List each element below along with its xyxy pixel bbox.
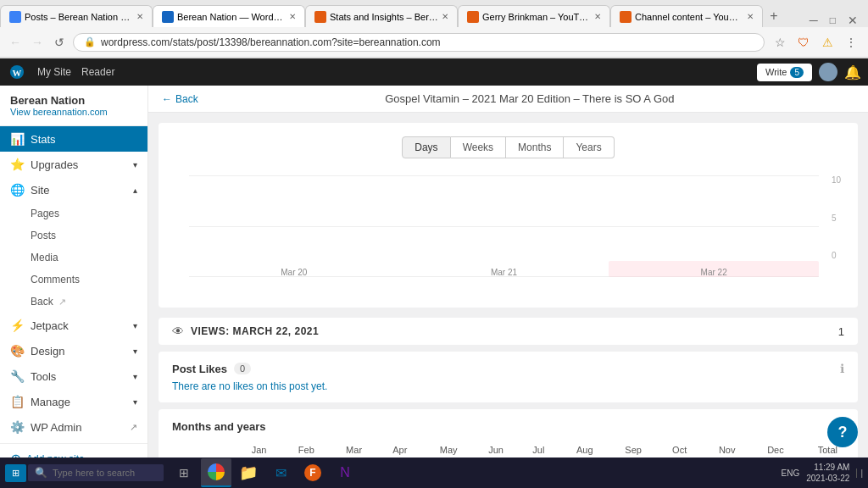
tab-favicon-2 (162, 11, 174, 23)
restore-button[interactable]: □ (826, 14, 839, 26)
sidebar-label-upgrades: Upgrades (31, 158, 78, 171)
main-layout: Berean Nation View bereannation.com 📊 St… (0, 86, 868, 458)
sidebar-label-jetpack: Jetpack (31, 319, 69, 332)
sidebar-item-manage[interactable]: 📋 Manage ▾ (0, 389, 147, 414)
notifications-icon[interactable]: 🔔 (844, 64, 861, 80)
comments-label: Comments (31, 274, 80, 286)
sidebar-item-posts[interactable]: Posts (0, 225, 147, 247)
col-nov: Nov (693, 441, 742, 458)
new-tab-button[interactable]: + (763, 5, 785, 27)
tools-icon: 🔧 (10, 369, 24, 383)
write-button[interactable]: Write 5 (757, 64, 812, 81)
reload-button[interactable]: ↺ (51, 34, 68, 51)
media-label: Media (31, 252, 58, 263)
tools-chevron: ▾ (133, 372, 137, 381)
bar-col-mar21: Mar 21 (399, 264, 609, 277)
stats-icon: 📊 (10, 132, 24, 146)
write-label: Write (765, 67, 787, 77)
stats-table: Jan Feb Mar Apr May Jun Jul Aug Sep Oct … (172, 441, 844, 458)
minimize-button[interactable]: ─ (806, 14, 821, 27)
tab-days[interactable]: Days (402, 136, 450, 158)
browser-tab-4[interactable]: Gerry Brinkman – YouTube ✕ (458, 5, 610, 27)
back-button[interactable]: ← Back (162, 93, 198, 105)
sidebar-item-tools[interactable]: 🔧 Tools ▾ (0, 363, 147, 389)
sidebar-item-wpadmin[interactable]: ⚙️ WP Admin ↗ (0, 414, 147, 440)
browser-chrome: Posts – Berean Nation — WordPress ✕ Bere… (0, 0, 868, 58)
my-site-menu-item[interactable]: My Site (37, 66, 71, 78)
tab-months[interactable]: Months (506, 136, 564, 158)
col-jul: Jul (510, 441, 551, 458)
help-button[interactable]: ? (827, 417, 858, 447)
tab-close-3[interactable]: ✕ (442, 12, 448, 21)
tab-label-5: Channel content – YouTube Studio (635, 12, 743, 22)
col-sep: Sep (600, 441, 648, 458)
post-likes-section: Post Likes 0 ℹ There are no likes on thi… (159, 352, 858, 402)
col-apr: Apr (369, 441, 414, 458)
browser-toolbar: ← → ↺ 🔒 wordpress.com/stats/post/13398/b… (0, 27, 868, 58)
bar-label-mar22: Mar 22 (701, 268, 727, 277)
upgrades-icon: ⭐ (10, 158, 24, 171)
site-url-link[interactable]: View bereannation.com (10, 107, 137, 117)
tab-weeks[interactable]: Weeks (451, 136, 506, 158)
sidebar-item-stats[interactable]: 📊 Stats (0, 126, 147, 152)
svg-text:W: W (13, 68, 22, 78)
sidebar-label-tools: Tools (31, 370, 56, 383)
bookmark-icon[interactable]: ☆ (770, 32, 790, 53)
eye-icon: 👁 (172, 324, 184, 338)
sidebar-item-pages[interactable]: Pages (0, 202, 147, 225)
sidebar-item-jetpack[interactable]: ⚡ Jetpack ▾ (0, 313, 147, 338)
close-button[interactable]: ✕ (844, 14, 861, 27)
col-jan: Jan (227, 441, 273, 458)
reader-menu-item[interactable]: Reader (81, 66, 114, 78)
post-likes-info-icon[interactable]: ℹ (840, 362, 844, 375)
browser-tab-5[interactable]: Channel content – YouTube Studio ✕ (610, 5, 763, 27)
sidebar-item-media[interactable]: Media (0, 247, 147, 269)
bar-label-mar21: Mar 21 (491, 268, 517, 277)
col-year (172, 441, 227, 458)
y-label-10: 10 (832, 175, 841, 185)
tab-close-2[interactable]: ✕ (289, 12, 296, 21)
reader-label: Reader (81, 66, 114, 78)
address-text: wordpress.com/stats/post/13398/bereannat… (101, 36, 441, 48)
content-area: ← Back Gospel Vitamin – 2021 Mar 20 Edit… (148, 86, 868, 458)
shield-icon: 🛡 (793, 32, 814, 53)
forward-nav-button[interactable]: → (29, 34, 46, 51)
sidebar-item-upgrades[interactable]: ⭐ Upgrades ▾ (0, 152, 147, 177)
sidebar-item-comments[interactable]: Comments (0, 269, 147, 291)
sidebar-item-design[interactable]: 🎨 Design ▾ (0, 338, 147, 363)
tab-close-4[interactable]: ✕ (594, 12, 601, 21)
add-new-site-button[interactable]: ⊕ Add new site (0, 443, 147, 458)
sidebar-item-feedback[interactable]: Back ↗ (0, 291, 147, 313)
manage-chevron: ▾ (133, 397, 137, 407)
toolbar-actions: ☆ 🛡 ⚠ ⋮ (770, 32, 861, 53)
wp-logo: W (7, 62, 27, 82)
tab-label-4: Gerry Brinkman – YouTube (482, 12, 591, 22)
back-nav-button[interactable]: ← (7, 34, 24, 51)
extensions-icon[interactable]: ⋮ (841, 32, 861, 53)
browser-tab-1[interactable]: Posts – Berean Nation — WordPress ✕ (0, 5, 153, 27)
chart-tabs: Days Weeks Months Years (172, 136, 844, 158)
months-years-header: Months and years ℹ (172, 419, 844, 433)
tab-close-1[interactable]: ✕ (136, 12, 143, 21)
my-site-label: My Site (37, 66, 71, 78)
y-label-0: 0 (832, 251, 841, 260)
tab-years[interactable]: Years (564, 136, 614, 158)
tab-favicon-1 (9, 11, 21, 23)
browser-tab-2[interactable]: Berean Nation — WordPress.com ✕ (153, 5, 305, 27)
col-aug: Aug (551, 441, 599, 458)
tab-close-5[interactable]: ✕ (747, 12, 754, 21)
col-feb: Feb (274, 441, 321, 458)
y-axis-labels: 10 5 0 (832, 175, 841, 260)
address-bar[interactable]: 🔒 wordpress.com/stats/post/13398/bereann… (73, 33, 765, 52)
col-mar: Mar (321, 441, 369, 458)
browser-tab-3[interactable]: Stats and Insights – Berean Nation — ✕ (305, 5, 458, 27)
posts-label: Posts (31, 230, 56, 241)
wp-bar-right: Write 5 🔔 (757, 63, 861, 81)
post-likes-empty-message: There are no likes on this post yet. (172, 380, 844, 392)
col-oct: Oct (648, 441, 693, 458)
tab-favicon-5 (620, 11, 632, 23)
bars-container: Mar 20 Mar 21 Mar 22 (189, 175, 819, 277)
views-row: 👁 VIEWS: MARCH 22, 2021 1 (159, 318, 858, 345)
back-bar: ← Back Gospel Vitamin – 2021 Mar 20 Edit… (148, 86, 868, 113)
sidebar-item-site[interactable]: 🌐 Site ▴ (0, 177, 147, 202)
